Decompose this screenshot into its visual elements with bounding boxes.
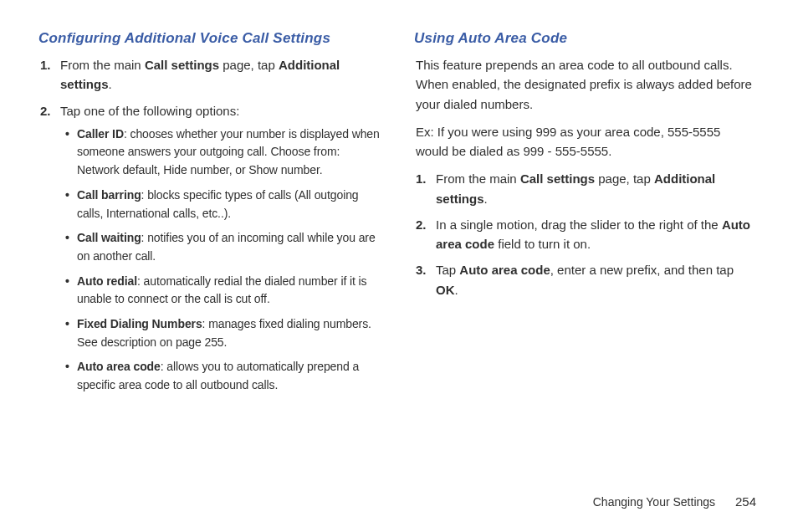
bullet-dot-icon: • bbox=[65, 358, 69, 376]
page-footer: Changing Your Settings 254 bbox=[593, 494, 756, 509]
list-number: 1. bbox=[416, 169, 427, 188]
list-text: From the main Call settings page, tap Ad… bbox=[60, 58, 340, 91]
bullet-item: •Fixed Dialing Numbers: manages fixed di… bbox=[67, 315, 381, 351]
bullet-item: •Call waiting: notifies you of an incomi… bbox=[67, 229, 381, 265]
right-column: Using Auto Area Code This feature prepen… bbox=[414, 30, 756, 402]
bullet-item: •Caller ID: chooses whether your number … bbox=[67, 125, 381, 180]
list-item: 3. Tap Auto area code, enter a new prefi… bbox=[436, 260, 756, 299]
bullet-text: Fixed Dialing Numbers: manages fixed dia… bbox=[77, 317, 371, 349]
section-heading-configuring: Configuring Additional Voice Call Settin… bbox=[38, 30, 381, 47]
ordered-list-left: 1. From the main Call settings page, tap… bbox=[38, 55, 381, 395]
list-item: 2. In a single motion, drag the slider t… bbox=[436, 215, 756, 254]
list-number: 3. bbox=[416, 260, 427, 279]
page-columns: Configuring Additional Voice Call Settin… bbox=[38, 30, 756, 402]
bullet-item: •Call barring: blocks specific types of … bbox=[67, 187, 381, 223]
bullet-text: Auto redial: automatically redial the di… bbox=[77, 274, 367, 306]
body-paragraph: Ex: If you were using 999 as your area c… bbox=[414, 122, 756, 161]
bullet-dot-icon: • bbox=[65, 187, 69, 205]
bullet-dot-icon: • bbox=[65, 273, 69, 291]
bullet-item: •Auto area code: allows you to automatic… bbox=[67, 358, 381, 394]
bullet-text: Caller ID: chooses whether your number i… bbox=[77, 127, 380, 176]
bullet-list: •Caller ID: chooses whether your number … bbox=[60, 125, 381, 395]
bullet-text: Call barring: blocks specific types of c… bbox=[77, 188, 359, 220]
list-text: Tap Auto area code, enter a new prefix, … bbox=[436, 263, 734, 296]
bullet-text: Call waiting: notifies you of an incomin… bbox=[77, 231, 376, 263]
body-paragraph: This feature prepends an area code to al… bbox=[414, 55, 756, 114]
list-text: From the main Call settings page, tap Ad… bbox=[436, 171, 715, 205]
bullet-dot-icon: • bbox=[65, 229, 69, 248]
ordered-list-right: 1. From the main Call settings page, tap… bbox=[414, 169, 756, 299]
list-text: In a single motion, drag the slider to t… bbox=[436, 217, 750, 251]
list-number: 1. bbox=[40, 55, 51, 74]
footer-title: Changing Your Settings bbox=[593, 495, 715, 509]
bullet-dot-icon: • bbox=[65, 315, 69, 334]
list-item: 1. From the main Call settings page, tap… bbox=[436, 169, 756, 208]
bullet-dot-icon: • bbox=[65, 125, 69, 144]
bullet-item: •Auto redial: automatically redial the d… bbox=[67, 273, 381, 309]
page-number: 254 bbox=[735, 494, 756, 509]
list-number: 2. bbox=[416, 215, 427, 234]
bullet-text: Auto area code: allows you to automatica… bbox=[77, 360, 359, 391]
list-item: 2. Tap one of the following options: •Ca… bbox=[60, 101, 381, 395]
list-number: 2. bbox=[40, 101, 51, 120]
left-column: Configuring Additional Voice Call Settin… bbox=[38, 30, 381, 402]
list-item: 1. From the main Call settings page, tap… bbox=[60, 55, 381, 95]
list-text: Tap one of the following options: bbox=[60, 104, 239, 118]
section-heading-auto-area: Using Auto Area Code bbox=[414, 30, 756, 47]
